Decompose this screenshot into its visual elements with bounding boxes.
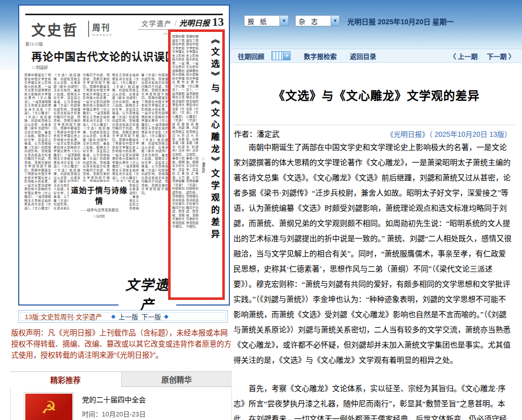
dropdown-arrow-icon[interactable]: ▼ bbox=[331, 16, 339, 26]
edition-bar-label: 13版:文史哲周刊·文学遗产 bbox=[25, 312, 102, 321]
issue-navbar: 往期回顾 ▼ 数字报检索 返回目录 〈 上一期 下一期 〉 bbox=[231, 49, 522, 63]
masthead-rule bbox=[25, 14, 223, 15]
prev-page-diamond-icon: ◆ bbox=[111, 313, 115, 320]
section-calligraphy: 文学遗产 bbox=[119, 274, 175, 314]
section-slash: / bbox=[175, 19, 177, 28]
highlighted-article-vertical-title: 《文选》与《文心雕龙》文学观的差异 bbox=[208, 35, 221, 294]
edition-bar: 13版:文史哲周刊·文学遗产 ◆ 上一版 下一版 ◆ bbox=[18, 310, 228, 323]
highlighted-article-author: □ 潘定武 bbox=[200, 157, 206, 173]
article-paragraph: 首先，考察《文心雕龙》文论体系，实以征圣、宗经为其旨归。《文心雕龙·序志》所言“… bbox=[233, 381, 513, 420]
mid-article-subtitle: ——经学与文学关系新论 bbox=[70, 207, 129, 212]
next-page-link[interactable]: 下一版 bbox=[141, 312, 161, 321]
masthead-weekly-cn: 周刊 bbox=[92, 21, 113, 33]
magazine-select-value: 杂 志 bbox=[296, 16, 331, 26]
promo-panel: ☭ 党的二十届四中全会 时间：10月20日-23日 bbox=[10, 387, 232, 420]
back-to-contents-link[interactable]: 返回目录 bbox=[350, 51, 376, 61]
paper-headline: 再论中国古代文论的认识误区 bbox=[31, 48, 176, 63]
newspaper-page-inner: 文史哲 周刊 WEEKLY 第13-15版 文学遗产 / 光明日报 13 202… bbox=[19, 6, 229, 304]
article-paragraph: 南朝中期诞生了两部在中国文学史和文学理论史上影响极大的名著，一是文论家刘勰撰著的… bbox=[233, 140, 513, 368]
newspaper-page-thumbnail[interactable]: 文史哲 周刊 WEEKLY 第13-15版 文学遗产 / 光明日报 13 202… bbox=[18, 5, 230, 306]
back-issues-link[interactable]: 往期回顾 bbox=[238, 51, 264, 61]
page-number: 13 bbox=[212, 16, 224, 29]
highlighted-article-region[interactable]: 南朝中期诞生了两部在中国文学史和文学理论史上影响极大的名著，一是文论家刘勰撰著的… bbox=[168, 29, 225, 300]
promo-tabs: 精彩推荐 原创精华 bbox=[10, 371, 232, 387]
mid-article-title: 道始于情与诗缘情 bbox=[70, 184, 129, 206]
masthead-subtitle: 周刊 WEEKLY bbox=[88, 21, 113, 37]
masthead-title: 文史哲 bbox=[31, 19, 78, 40]
tab-recommend[interactable]: 精彩推荐 bbox=[10, 372, 122, 387]
article-author: 作者：潘定武 bbox=[234, 128, 279, 139]
section-name: 文学遗产 bbox=[142, 18, 172, 28]
promo-title-link[interactable]: 党的二十届四中全会 bbox=[82, 394, 146, 404]
promo-thumbnail[interactable]: ☭ bbox=[24, 392, 74, 420]
article-divider bbox=[234, 125, 515, 125]
calendar-dropdown-icon[interactable]: ▼ bbox=[284, 51, 291, 60]
paper-headline-author: □ 刘运好 bbox=[32, 64, 48, 70]
tab-original[interactable]: 原创精华 bbox=[122, 372, 232, 387]
newspaper-select-value: 报 纸 bbox=[245, 16, 279, 26]
paper-name-script: 光明日报 bbox=[179, 17, 210, 28]
promo-text: 党的二十届四中全会 时间：10月20日-23日 bbox=[82, 392, 146, 418]
mid-article-author: □ 冯茂民 bbox=[70, 214, 129, 218]
next-issue-link[interactable]: 下一期 〉 bbox=[487, 51, 515, 61]
next-page-diamond-icon: ◆ bbox=[164, 313, 168, 320]
prev-page-link[interactable]: 上一版 bbox=[118, 312, 138, 321]
digital-search-link[interactable]: 数字报检索 bbox=[304, 51, 337, 61]
issue-date-heading: 光明日报 2025年10月20日 星期一 bbox=[347, 16, 454, 26]
magazine-select[interactable]: 杂 志 ▼ bbox=[295, 15, 340, 26]
dropdown-arrow-icon[interactable]: ▼ bbox=[279, 16, 288, 26]
edition-range: 第13-15版 bbox=[25, 41, 43, 47]
masthead-weekly-en: WEEKLY bbox=[92, 33, 113, 37]
party-emblem-icon: ☭ bbox=[25, 394, 72, 420]
article-source: 《光明日报》（ 2025年10月20日 13版） bbox=[386, 129, 511, 139]
article-title: 《文选》与《文心雕龙》文学观的差异 bbox=[231, 86, 522, 103]
newspaper-select[interactable]: 报 纸 ▼ bbox=[244, 15, 289, 26]
highlighted-article-microtext: 南朝中期诞生了两部在中国文学史和文学理论史上影响极大的名著，一是文论家刘勰撰著的… bbox=[172, 35, 198, 294]
prev-issue-link[interactable]: 〈 上一期 bbox=[450, 51, 478, 61]
copyright-notice: 版权声明：凡《光明日报》上刊载作品（含标题），未经本报或本网授权不得转载、摘编、… bbox=[11, 327, 233, 361]
date-picker[interactable]: ▼ bbox=[271, 51, 291, 60]
section-header: 文学遗产 / 光明日报 13 bbox=[142, 16, 224, 29]
calendar-icon[interactable] bbox=[271, 51, 284, 60]
edition-bar-links: ◆ 上一版 下一版 ◆ bbox=[111, 312, 168, 321]
article-byline: 作者：潘定武 《光明日报》（ 2025年10月20日 13版） bbox=[234, 128, 511, 139]
promo-time: 时间：10月20日-23日 bbox=[82, 409, 146, 418]
article-body: 南朝中期诞生了两部在中国文学史和文学理论史上影响极大的名著，一是文论家刘勰撰著的… bbox=[233, 140, 513, 420]
mid-article-box: 道始于情与诗缘情 ——经学与文学关系新论 □ 冯茂民 bbox=[69, 182, 130, 220]
